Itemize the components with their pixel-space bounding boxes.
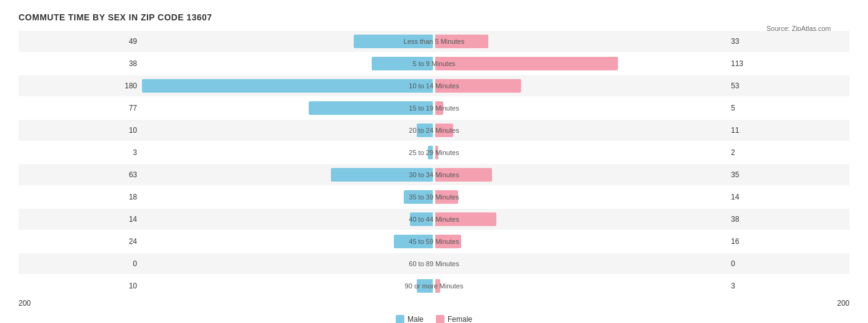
female-bar-container [434,35,726,48]
male-bar-container [142,190,434,204]
bar-pair: 10 to 14 Minutes [142,75,726,96]
chart-row: 24 45 to 59 Minutes 16 [19,231,849,252]
bars-area: 60 to 89 Minutes [142,253,726,274]
male-bar [417,279,433,293]
chart-row: 77 15 to 19 Minutes 5 [19,98,849,119]
male-bar-container [142,35,434,48]
bars-area: 30 to 34 Minutes [142,164,726,185]
male-value: 24 [19,237,142,246]
female-bar-container [434,168,726,182]
male-bar [309,101,433,115]
female-bar [435,190,458,204]
male-bar-container [142,257,434,271]
female-value: 33 [726,37,849,46]
bar-pair: 60 to 89 Minutes [142,253,726,274]
legend-male: Male [396,315,424,323]
male-value: 49 [19,37,142,46]
female-bar-container [434,146,726,159]
female-bar-container [434,235,726,248]
bar-pair: 5 to 9 Minutes [142,53,726,74]
male-bar-container [142,146,434,159]
male-bar-container [142,168,434,182]
male-bar-container [142,124,434,137]
bars-area: Less than 5 Minutes [142,31,726,52]
female-bar-container [434,79,726,93]
female-value: 2 [726,148,849,157]
chart-row: 49 Less than 5 Minutes 33 [19,31,849,52]
bar-pair: 15 to 19 Minutes [142,98,726,119]
female-value: 16 [726,237,849,246]
chart-row: 0 60 to 89 Minutes 0 [19,253,849,274]
bars-area: 90 or more Minutes [142,275,726,296]
female-bar-container [434,124,726,137]
male-bar-container [142,57,434,70]
bars-area: 20 to 24 Minutes [142,120,726,141]
bar-pair: 35 to 39 Minutes [142,187,726,208]
chart-row: 38 5 to 9 Minutes 113 [19,53,849,74]
female-bar [435,57,618,70]
male-bar [417,124,433,137]
bar-pair: 25 to 29 Minutes [142,142,726,163]
female-bar-container [434,257,726,271]
male-bar-container [142,79,434,93]
bar-pair: 20 to 24 Minutes [142,120,726,141]
female-bar [435,235,461,248]
male-bar [410,212,433,226]
female-bar-container [434,212,726,226]
male-color-box [396,315,404,323]
female-value: 0 [726,259,849,268]
female-bar [435,79,521,93]
bars-area: 5 to 9 Minutes [142,53,726,74]
female-bar-container [434,279,726,293]
male-value: 18 [19,193,142,201]
legend: Male Female [19,315,849,323]
female-bar-container [434,57,726,70]
bar-pair: 40 to 44 Minutes [142,209,726,230]
male-bar-container [142,101,434,115]
bars-area: 40 to 44 Minutes [142,209,726,230]
female-value: 113 [726,59,849,68]
male-value: 10 [19,126,142,135]
female-bar-container [434,101,726,115]
bars-area: 45 to 59 Minutes [142,231,726,252]
male-label: Male [407,315,424,323]
male-value: 77 [19,104,142,112]
male-bar [428,146,433,159]
male-bar-container [142,235,434,248]
male-bar [404,190,433,204]
chart-row: 14 40 to 44 Minutes 38 [19,209,849,230]
bars-area: 10 to 14 Minutes [142,75,726,96]
male-value: 38 [19,59,142,68]
female-value: 14 [726,193,849,201]
chart-row: 10 90 or more Minutes 3 [19,275,849,296]
legend-female: Female [436,315,472,323]
male-bar [142,79,433,93]
male-bar [394,235,433,248]
bar-pair: 90 or more Minutes [142,275,726,296]
bars-area: 15 to 19 Minutes [142,98,726,119]
axis-labels: 200 200 [19,298,849,309]
male-value: 180 [19,82,142,90]
chart-title: COMMUTE TIME BY SEX IN ZIP CODE 13607 [19,12,849,22]
male-value: 10 [19,282,142,290]
female-bar [435,35,488,48]
female-label: Female [448,315,472,323]
male-bar-container [142,279,434,293]
female-bar [435,279,440,293]
chart-row: 3 25 to 29 Minutes 2 [19,142,849,163]
female-value: 3 [726,282,849,290]
bar-pair: 45 to 59 Minutes [142,231,726,252]
bar-pair: 30 to 34 Minutes [142,164,726,185]
male-bar [354,35,433,48]
male-value: 0 [19,259,142,268]
axis-left: 200 [19,299,142,308]
female-value: 11 [726,126,849,135]
female-value: 35 [726,170,849,179]
bars-area: 35 to 39 Minutes [142,187,726,208]
male-value: 14 [19,215,142,224]
female-bar [435,146,438,159]
female-color-box [436,315,444,323]
male-value: 63 [19,170,142,179]
chart-row: 63 30 to 34 Minutes 35 [19,164,849,185]
male-bar [331,168,433,182]
